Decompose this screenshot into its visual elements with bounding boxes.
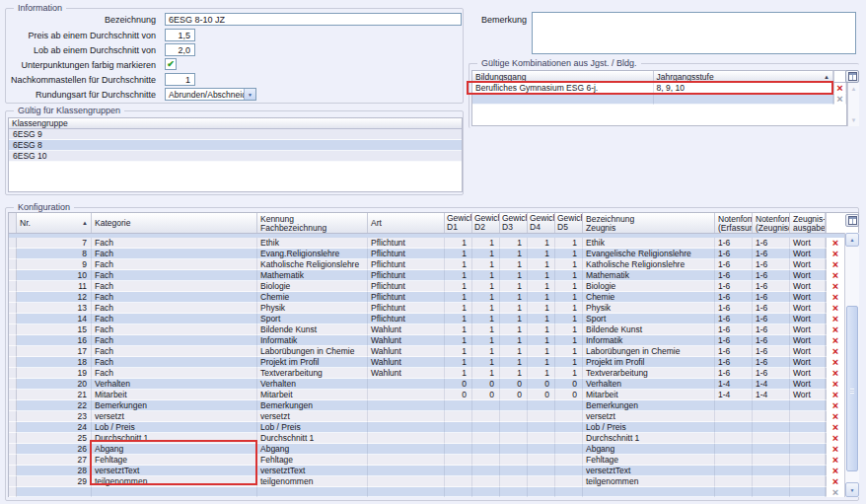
delete-row-button[interactable]: ×: [826, 281, 845, 292]
konfiguration-row[interactable]: 11 Fach Biologie Pflichtunt 1 1 1 1 1 Bi…: [9, 281, 845, 292]
delete-row-button[interactable]: ×: [826, 346, 845, 357]
col-header-notenformat-zeugnisdruck[interactable]: Notenformat (Zeugnisdruck): [753, 213, 790, 233]
cell-gewicht-d3: 1: [500, 303, 528, 314]
konfiguration-row[interactable]: 28 versetztText versetztText versetztTex…: [9, 466, 845, 476]
konfiguration-row[interactable]: 7 Fach Ethik Pflichtunt 1 1 1 1 1 Ethik …: [9, 238, 845, 249]
col-header-bezeichnung-zeugnis[interactable]: Bezeichnung Zeugnis: [583, 213, 715, 233]
lob-input[interactable]: [165, 43, 195, 56]
scrollbar-down-button[interactable]: ▼: [845, 482, 859, 497]
delete-row-button[interactable]: ×: [826, 433, 845, 444]
dropdown-button[interactable]: ▼: [244, 89, 255, 100]
cell-notenformat-zeugnisdruck: 1-6: [753, 249, 790, 259]
cell-notenformat-zeugnisdruck: [753, 422, 790, 433]
scrollbar-thumb[interactable]: [846, 306, 858, 471]
bemerkung-textarea[interactable]: [532, 12, 856, 54]
delete-row-button[interactable]: ×: [826, 292, 845, 303]
konfiguration-row[interactable]: 23 versetzt versetzt versetzt ×: [9, 411, 845, 422]
field-chooser-button[interactable]: [845, 70, 859, 83]
col-header-notenformat-erfassung[interactable]: Notenformat (Erfassung): [715, 213, 753, 233]
col-header-bildungsgang[interactable]: Bildungsgang: [472, 71, 654, 82]
cell-bezeichnung-zeugnis: Evangelische Religionslehre: [583, 249, 715, 259]
klassengruppen-table: Klassengruppe 6ESG 9 6ESG 8 6ESG 10: [8, 117, 463, 192]
konfiguration-row[interactable]: 25 Durchschnitt 1 Durchschnitt 1 Durchsc…: [9, 433, 845, 444]
delete-row-button[interactable]: ×: [826, 314, 845, 324]
konfiguration-row[interactable]: 15 Fach Bildende Kunst Wahlunt 1 1 1 1 1…: [9, 324, 845, 335]
scrollbar-up-button[interactable]: ▲: [845, 233, 859, 247]
cell-kennung: Laborübungen in Chemie: [257, 346, 368, 357]
klassengruppe-row[interactable]: 6ESG 9: [9, 129, 462, 140]
delete-row-button[interactable]: ×: [826, 335, 845, 346]
kombinationen-rows: Berufliches Gymnasium ESG 6-j. 8, 9, 10 …: [472, 83, 846, 94]
scrollbar-down-icon[interactable]: ▼: [848, 117, 859, 123]
nachkommastellen-input[interactable]: [165, 73, 195, 86]
klassengruppe-row[interactable]: 6ESG 8: [9, 140, 462, 151]
konfiguration-row[interactable]: 16 Fach Informatik Wahlunt 1 1 1 1 1 Inf…: [9, 335, 845, 346]
kombinationen-vertical-scrollbar[interactable]: ▲ ▼: [847, 83, 859, 126]
konfiguration-row[interactable]: 20 Verhalten Verhalten 0 0 0 0 0 Verhalt…: [9, 379, 845, 390]
konfiguration-new-row[interactable]: ×: [9, 487, 845, 497]
konfiguration-row[interactable]: 26 Abgang Abgang Abgang ×: [9, 444, 845, 455]
klassengruppe-row[interactable]: 6ESG 10: [9, 151, 462, 162]
delete-row-button[interactable]: ×: [826, 303, 845, 314]
konfiguration-row[interactable]: 10 Fach Mathematik Pflichtunt 1 1 1 1 1 …: [9, 270, 845, 281]
konfiguration-row[interactable]: 19 Fach Textverarbeitung Wahlunt 1 1 1 1…: [9, 368, 845, 379]
konfiguration-row[interactable]: 21 Mitarbeit Mitarbeit 0 0 0 0 0 Mitarbe…: [9, 390, 845, 400]
field-chooser-button[interactable]: [845, 214, 859, 227]
rundungsart-select[interactable]: Abrunden/Abschneiden ▼: [165, 88, 256, 101]
preis-input[interactable]: [165, 29, 195, 41]
delete-row-button[interactable]: ×: [826, 444, 845, 455]
col-header-jahrgangsstufe[interactable]: Jahrgangsstufe ▲: [654, 71, 834, 82]
konfiguration-row[interactable]: 22 Bemerkungen Bemerkungen Bemerkungen ×: [9, 400, 845, 411]
delete-row-button[interactable]: ×: [826, 238, 845, 249]
konfiguration-row[interactable]: 13 Fach Physik Pflichtunt 1 1 1 1 1 Phys…: [9, 303, 845, 314]
col-header-kennung-fachbezeichnung[interactable]: Kennung Fachbezeichnung: [257, 213, 368, 233]
konfiguration-row[interactable]: 24 Lob / Preis Lob / Preis Lob / Preis ×: [9, 422, 845, 433]
cell-kategorie: versetztText: [92, 466, 257, 476]
delete-row-button[interactable]: ×: [826, 411, 845, 422]
col-header-gewicht-d5[interactable]: Gewicht D5: [555, 213, 583, 233]
col-header-zeugnisausgabe[interactable]: Zeugnis- ausgabe: [790, 213, 826, 233]
konfiguration-row[interactable]: 9 Fach Katholische Religionslehre Pflich…: [9, 259, 845, 270]
delete-row-button[interactable]: ×: [826, 466, 845, 476]
konfiguration-row[interactable]: 29 teilgenommen teilgenommen teilgenomme…: [9, 476, 845, 487]
delete-row-button[interactable]: ×: [826, 476, 845, 487]
delete-row-button[interactable]: ×: [826, 390, 845, 400]
cell-gewicht-d3: 1: [500, 292, 528, 303]
cell-gewicht-d3: [500, 476, 528, 487]
delete-row-button[interactable]: ×: [826, 422, 845, 433]
cell-gewicht-d3: [500, 466, 528, 476]
delete-row-button[interactable]: ×: [826, 400, 845, 411]
unterpunktungen-checkbox[interactable]: ✔: [165, 58, 177, 70]
cell-kennung: teilgenommen: [257, 476, 368, 487]
delete-row-button[interactable]: ×: [826, 368, 845, 379]
col-header-gewicht-d2[interactable]: Gewicht D2: [472, 213, 500, 233]
delete-row-button[interactable]: ×: [826, 270, 845, 281]
konfiguration-row[interactable]: 14 Fach Sport Pflichtunt 1 1 1 1 1 Sport…: [9, 314, 845, 324]
col-header-klassengruppe[interactable]: Klassengruppe: [9, 118, 462, 128]
col-header-gewicht-d1[interactable]: Gewicht D1: [445, 213, 472, 233]
scrollbar-up-icon[interactable]: ▲: [848, 86, 859, 92]
konfiguration-row[interactable]: 27 Fehltage Fehltage Fehltage ×: [9, 455, 845, 466]
delete-row-button[interactable]: ×: [833, 83, 846, 94]
kombination-row[interactable]: Berufliches Gymnasium ESG 6-j. 8, 9, 10 …: [472, 83, 846, 94]
col-header-gewicht-d3[interactable]: Gewicht D3: [500, 213, 528, 233]
cell-notenformat-zeugnisdruck: [753, 400, 790, 411]
konfiguration-row[interactable]: 12 Fach Chemie Pflichtunt 1 1 1 1 1 Chem…: [9, 292, 845, 303]
delete-row-button[interactable]: ×: [826, 379, 845, 390]
col-header-art[interactable]: Art: [368, 213, 445, 233]
kombination-new-row[interactable]: ×: [472, 94, 846, 105]
delete-row-button[interactable]: ×: [826, 259, 845, 270]
delete-row-button[interactable]: ×: [826, 324, 845, 335]
col-header-gewicht-d4[interactable]: Gewicht D4: [528, 213, 555, 233]
col-header-nr[interactable]: Nr. ▲: [17, 213, 92, 233]
konfiguration-row[interactable]: 17 Fach Laborübungen in Chemie Wahlunt 1…: [9, 346, 845, 357]
delete-row-button[interactable]: ×: [826, 455, 845, 466]
delete-row-button[interactable]: ×: [826, 249, 845, 259]
col-header-kategorie[interactable]: Kategorie: [92, 213, 257, 233]
konfiguration-vertical-scrollbar[interactable]: ▲ ▼: [844, 233, 859, 497]
cell-gewicht-d2: 1: [472, 292, 500, 303]
konfiguration-row[interactable]: 18 Fach Projekt im Profil Wahlunt 1 1 1 …: [9, 357, 845, 368]
cell-gewicht-d2: 1: [472, 303, 500, 314]
delete-row-button[interactable]: ×: [826, 357, 845, 368]
konfiguration-row[interactable]: 8 Fach Evang.Religionslehre Pflichtunt 1…: [9, 249, 845, 259]
